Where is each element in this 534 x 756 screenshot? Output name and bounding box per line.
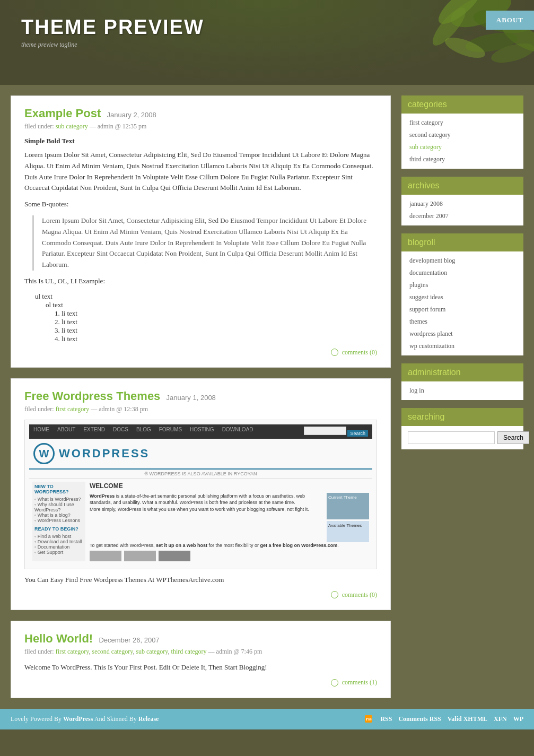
post-content: Simple Bold Text Lorem Ipsum Dolor Sit A… bbox=[24, 137, 377, 343]
ordered-list: li text li text li text li text bbox=[62, 309, 377, 343]
post-paragraph: Lorem Ipsum Dolor Sit Amet, Consectetur … bbox=[24, 150, 377, 194]
widget-categories-title: categories bbox=[401, 95, 523, 114]
wp-sidebar: NEW TO WORDPRESS? ◦ What is WordPress? ◦… bbox=[32, 482, 85, 561]
category-item-active[interactable]: sub category bbox=[401, 141, 523, 153]
post-subheading: Simple Bold Text bbox=[24, 137, 377, 145]
wp-theme-image: Current Theme Available Themes bbox=[327, 493, 369, 542]
blogroll-item[interactable]: plugins bbox=[401, 279, 523, 291]
post-body-text: You Can Easy Find Free Wordpress Themes … bbox=[24, 575, 377, 586]
archive-item[interactable]: january 2008 bbox=[401, 198, 523, 210]
widget-search: searching Search bbox=[401, 408, 523, 449]
page-wrapper: Example Post January 2, 2008 filed under… bbox=[0, 85, 534, 709]
site-footer: Lovely Powered By WordPress And Skinned … bbox=[0, 709, 534, 729]
comments-link[interactable]: comments (1) bbox=[342, 679, 377, 686]
category-item[interactable]: third category bbox=[401, 153, 523, 166]
post-title: Free Wordpress Themes bbox=[24, 389, 160, 403]
blogroll-item[interactable]: support forum bbox=[401, 303, 523, 316]
rss-icon: rss bbox=[365, 715, 372, 723]
post-content: Welcome To WordPress. This Is Your First… bbox=[24, 662, 377, 673]
ol-item: ol text bbox=[46, 301, 377, 309]
post-meta: filed under: first category, second cate… bbox=[24, 648, 377, 656]
post-blockquote: Lorem Ipsum Dolor Sit Amet, Consectetur … bbox=[32, 215, 377, 271]
post-footer: comments (1) bbox=[24, 679, 377, 687]
comments-link[interactable]: comments (0) bbox=[342, 591, 377, 598]
wp-body: NEW TO WORDPRESS? ◦ What is WordPress? ◦… bbox=[29, 479, 372, 564]
post-cat-link-3[interactable]: sub category bbox=[136, 648, 168, 655]
wp-logo-circle: W bbox=[33, 443, 55, 464]
post-wordpress-themes: Free Wordpress Themes January 1, 2008 fi… bbox=[11, 378, 391, 610]
xfn-link[interactable]: XFN bbox=[494, 715, 507, 723]
list-item: li text bbox=[62, 326, 377, 335]
post-title: Example Post bbox=[24, 107, 101, 120]
post-cat-link-1[interactable]: first category bbox=[56, 648, 89, 655]
wp-logo-text: WORDPRESS bbox=[59, 447, 150, 460]
widget-admin-title: administration bbox=[401, 363, 523, 381]
site-header: THEME PREVIEW theme preview tagline ABOU… bbox=[0, 0, 534, 85]
widget-archives: archives january 2008 december 2007 bbox=[401, 177, 523, 225]
footer-credit: Lovely Powered By WordPress And Skinned … bbox=[11, 715, 159, 723]
site-title: THEME PREVIEW bbox=[21, 16, 513, 39]
valid-xhtml-link[interactable]: Valid XHTML bbox=[448, 715, 487, 723]
wp-link[interactable]: WP bbox=[513, 715, 523, 723]
category-item[interactable]: second category bbox=[401, 129, 523, 141]
ul-item: ul text bbox=[35, 292, 377, 301]
wp-main: WELCOME Current Theme Available Themes W… bbox=[90, 482, 369, 561]
post-header: Free Wordpress Themes January 1, 2008 bbox=[24, 389, 377, 403]
rss-link[interactable]: RSS bbox=[380, 715, 392, 723]
footer-powered-by: Lovely Powered By bbox=[11, 715, 62, 723]
post-paragraph: Welcome To WordPress. This Is Your First… bbox=[24, 662, 377, 673]
post-title: Hello World! bbox=[24, 632, 93, 645]
post-category-link[interactable]: sub category bbox=[56, 123, 88, 130]
post-date: January 1, 2008 bbox=[167, 394, 216, 402]
comment-icon bbox=[331, 679, 338, 687]
sidebar: categories first category second categor… bbox=[401, 95, 523, 698]
blogroll-item[interactable]: suggest ideas bbox=[401, 291, 523, 303]
post-date: January 2, 2008 bbox=[107, 111, 156, 119]
post-header: Example Post January 2, 2008 bbox=[24, 107, 377, 120]
admin-login-link[interactable]: log in bbox=[401, 385, 523, 397]
search-input[interactable] bbox=[408, 431, 495, 444]
comments-link[interactable]: comments (0) bbox=[342, 349, 377, 356]
blogroll-item[interactable]: themes bbox=[401, 316, 523, 328]
blockquote-label: Some B-quotes: bbox=[24, 199, 377, 210]
widget-categories-content: first category second category sub categ… bbox=[401, 114, 523, 169]
post-meta: filed under: sub category — admin @ 12:3… bbox=[24, 123, 377, 131]
comment-icon bbox=[331, 591, 338, 598]
archive-item[interactable]: december 2007 bbox=[401, 210, 523, 222]
post-date: December 26, 2007 bbox=[99, 636, 159, 644]
category-item[interactable]: first category bbox=[401, 117, 523, 129]
about-button[interactable]: ABOUT bbox=[486, 11, 534, 30]
widget-search-title: searching bbox=[401, 408, 523, 426]
blogroll-item[interactable]: wp customization bbox=[401, 340, 523, 352]
post-header: Hello World! December 26, 2007 bbox=[24, 632, 377, 646]
post-footer: comments (0) bbox=[24, 591, 377, 599]
post-paragraph: You Can Easy Find Free Wordpress Themes … bbox=[24, 575, 377, 586]
wp-logo-area: W WORDPRESS bbox=[29, 439, 372, 470]
post-example: Example Post January 2, 2008 filed under… bbox=[11, 95, 391, 368]
widget-archives-content: january 2008 december 2007 bbox=[401, 195, 523, 225]
site-tagline: theme preview tagline bbox=[21, 41, 513, 49]
list-example: ul text ol text li text li text li text … bbox=[35, 292, 377, 343]
footer-release-link[interactable]: Release bbox=[138, 715, 159, 723]
comments-rss-link[interactable]: Comments RSS bbox=[398, 715, 441, 723]
post-category-link[interactable]: first category bbox=[56, 405, 90, 413]
widget-administration: administration log in bbox=[401, 363, 523, 400]
widget-blogroll: blogroll development blog documentation … bbox=[401, 233, 523, 355]
search-button[interactable]: Search bbox=[497, 431, 529, 444]
wordpress-screenshot: HOME ABOUT EXTEND DOCS BLOG FORUMS HOSTI… bbox=[24, 420, 377, 569]
list-item: li text bbox=[62, 309, 377, 318]
blogroll-item[interactable]: development blog bbox=[401, 255, 523, 267]
post-cat-link-4[interactable]: third category bbox=[171, 648, 207, 655]
footer-wordpress-link[interactable]: WordPress bbox=[63, 715, 93, 723]
post-meta: filed under: first category — admin @ 12… bbox=[24, 405, 377, 413]
list-label: This Is UL, OL, LI Example: bbox=[24, 276, 377, 287]
blogroll-item[interactable]: wordpress planet bbox=[401, 328, 523, 340]
list-item: li text bbox=[62, 335, 377, 343]
widget-categories: categories first category second categor… bbox=[401, 95, 523, 169]
post-cat-link-2[interactable]: second category bbox=[92, 648, 133, 655]
footer-skinned-by: And Skinned By bbox=[94, 715, 137, 723]
search-form: Search bbox=[401, 426, 523, 449]
blogroll-item[interactable]: documentation bbox=[401, 267, 523, 279]
widget-blogroll-title: blogroll bbox=[401, 233, 523, 251]
widget-blogroll-content: development blog documentation plugins s… bbox=[401, 251, 523, 355]
